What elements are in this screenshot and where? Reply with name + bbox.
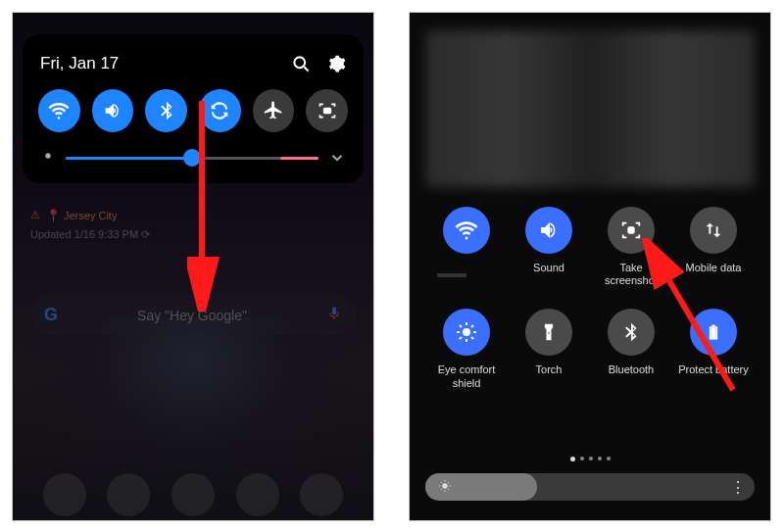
- dock: [13, 473, 373, 516]
- qs-torch[interactable]: Torch: [512, 309, 586, 389]
- header-actions: [291, 54, 346, 73]
- qs-eye-comfort[interactable]: Eye comfort shield: [429, 309, 504, 389]
- qs-bluetooth[interactable]: Bluetooth: [594, 309, 668, 389]
- svg-line-10: [460, 325, 462, 327]
- volume-toggle[interactable]: [92, 89, 134, 132]
- weather-widget[interactable]: ⚠ 📍 Jersey City: [30, 209, 356, 222]
- autorotate-toggle[interactable]: [199, 89, 241, 132]
- google-logo-icon: G: [44, 305, 58, 325]
- search-icon[interactable]: [291, 54, 311, 73]
- brightness-bar[interactable]: ⋮: [425, 473, 755, 501]
- bluetooth-toggle[interactable]: [145, 89, 187, 132]
- svg-point-7: [463, 328, 470, 336]
- sound-icon[interactable]: [525, 207, 572, 254]
- svg-line-23: [448, 489, 449, 490]
- wifi-toggle[interactable]: [38, 89, 80, 132]
- svg-line-15: [471, 325, 473, 327]
- airplane-toggle[interactable]: [253, 89, 295, 132]
- svg-line-11: [471, 337, 473, 339]
- qs-label: Eye comfort shield: [429, 363, 504, 389]
- slider-fill: [66, 157, 192, 160]
- dock-app[interactable]: [107, 473, 150, 516]
- svg-line-24: [441, 489, 442, 490]
- alert-icon: ⚠: [30, 209, 40, 222]
- screenshot-toggle[interactable]: [306, 89, 348, 132]
- page-dot: [607, 457, 611, 460]
- svg-rect-16: [711, 328, 716, 338]
- brightness-slider-row: [34, 134, 352, 171]
- svg-rect-6: [628, 227, 634, 233]
- quick-toggles-row: [34, 87, 352, 134]
- svg-line-25: [448, 482, 449, 483]
- dock-app[interactable]: [236, 473, 279, 516]
- brightness-icon: [437, 478, 453, 497]
- eye-comfort-icon[interactable]: [443, 309, 490, 356]
- torch-icon[interactable]: [525, 309, 572, 356]
- brightness-slider[interactable]: [66, 157, 318, 160]
- svg-point-17: [442, 483, 447, 488]
- home-screen-widgets: ⚠ 📍 Jersey City Updated 1/16 9:33 PM ⟳ G…: [30, 209, 356, 335]
- screenshot-icon[interactable]: [608, 207, 655, 254]
- brightness-icon: [40, 148, 56, 168]
- qs-label: Bluetooth: [609, 363, 654, 389]
- date-label: Fri, Jan 17: [40, 54, 119, 73]
- quick-settings-grid: Sound Take screenshot Mobile data Eye co…: [429, 207, 751, 390]
- qs-label: Protect battery: [678, 363, 749, 389]
- battery-icon[interactable]: [690, 309, 737, 356]
- qs-mobile-data[interactable]: Mobile data: [676, 207, 751, 287]
- qs-protect-battery[interactable]: Protect battery: [676, 309, 751, 389]
- qs-sound[interactable]: Sound: [512, 207, 586, 287]
- wifi-name-redacted: [437, 273, 466, 277]
- dock-app[interactable]: [300, 473, 343, 516]
- dock-app[interactable]: [43, 473, 86, 516]
- page-dot: [570, 457, 575, 461]
- bluetooth-icon[interactable]: [608, 309, 655, 356]
- svg-point-3: [45, 153, 50, 158]
- weather-updated: Updated 1/16 9:33 PM ⟳: [30, 228, 356, 241]
- page-dot: [598, 457, 602, 460]
- svg-point-0: [294, 57, 305, 68]
- qs-label: Torch: [536, 363, 563, 389]
- mic-icon[interactable]: [326, 306, 342, 324]
- qs-label: Mobile data: [686, 262, 742, 287]
- mobile-data-icon[interactable]: [690, 207, 737, 254]
- svg-line-1: [304, 67, 308, 71]
- wifi-icon[interactable]: [443, 207, 490, 254]
- phone-screenshot-right: Sound Take screenshot Mobile data Eye co…: [409, 12, 771, 521]
- phone-screenshot-left: Fri, Jan 17: [12, 12, 374, 521]
- qs-label: Sound: [533, 262, 564, 287]
- qs-label: Take screenshot: [594, 262, 668, 287]
- page-dot: [580, 457, 584, 460]
- svg-line-22: [441, 482, 442, 483]
- svg-rect-2: [323, 109, 330, 114]
- slider-highlight: [280, 157, 318, 160]
- google-search-bar[interactable]: G Say "Hey Google": [30, 295, 356, 335]
- page-indicator[interactable]: [410, 457, 770, 461]
- chevron-down-icon[interactable]: [328, 149, 346, 167]
- quick-settings-panel: Fri, Jan 17: [23, 34, 364, 183]
- page-dot: [589, 457, 593, 460]
- dock-app[interactable]: [172, 473, 215, 516]
- slider-thumb[interactable]: [183, 149, 201, 167]
- svg-line-14: [460, 337, 462, 339]
- quick-settings-header: Fri, Jan 17: [34, 52, 352, 87]
- more-icon[interactable]: ⋮: [730, 478, 747, 497]
- qs-screenshot[interactable]: Take screenshot: [594, 207, 668, 287]
- gear-icon[interactable]: [326, 54, 346, 73]
- blurred-region: [425, 30, 755, 187]
- location-label: 📍 Jersey City: [46, 209, 117, 222]
- search-placeholder: Say "Hey Google": [137, 308, 247, 323]
